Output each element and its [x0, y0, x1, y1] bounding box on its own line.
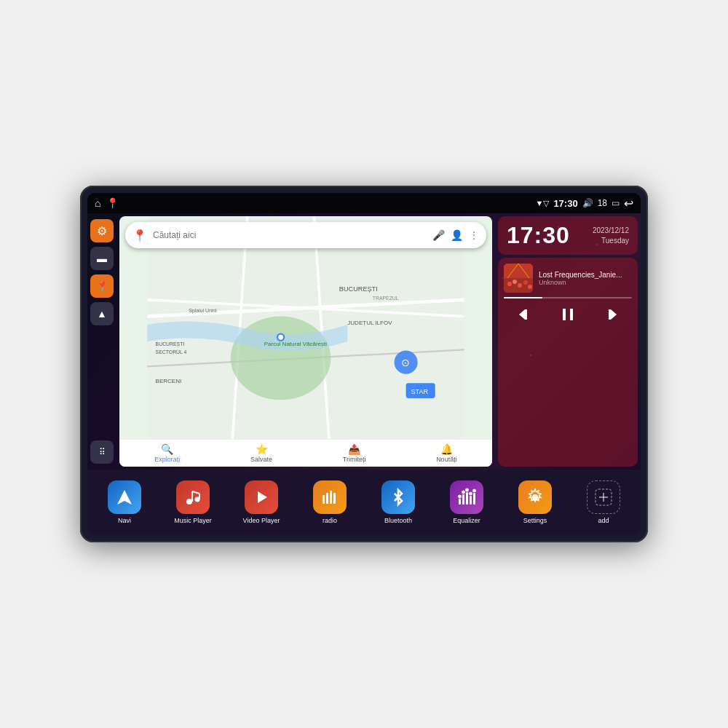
navi-icon [108, 480, 141, 514]
share-icon: 📤 [348, 443, 360, 455]
svg-text:BUCUREȘTI: BUCUREȘTI [339, 285, 378, 293]
svg-point-16 [278, 335, 283, 340]
sidebar-settings-btn[interactable]: ⚙ [90, 219, 114, 242]
status-time: 17:30 [553, 198, 577, 209]
play-pause-button[interactable] [556, 303, 579, 326]
svg-point-28 [528, 285, 532, 289]
svg-rect-36 [609, 309, 611, 320]
wifi-icon: ▼▽ [536, 199, 550, 208]
music-player-label: Music Player [174, 517, 212, 524]
explore-icon: 🔍 [161, 443, 173, 455]
svg-text:Parcul Natural Văcărești: Parcul Natural Văcărești [264, 341, 328, 347]
mic-icon[interactable]: 🎤 [432, 229, 445, 241]
clock-time: 17:30 [507, 222, 570, 249]
nav-arrow-icon: ▲ [97, 308, 107, 320]
car-head-unit: ⌂ 📍 ▼▽ 17:30 🔊 18 ▭ ↩ [80, 186, 648, 542]
next-track-button[interactable] [599, 303, 622, 326]
app-radio[interactable]: radio [308, 480, 352, 524]
svg-point-53 [458, 494, 462, 499]
svg-rect-32 [525, 309, 527, 320]
svg-text:BUCUREȘTI: BUCUREȘTI [156, 341, 185, 347]
news-label: Noutăți [436, 456, 457, 463]
svg-point-24 [507, 282, 512, 286]
app-bluetooth[interactable]: Bluetooth [376, 480, 420, 524]
svg-rect-50 [466, 491, 468, 505]
add-label: add [598, 517, 609, 524]
device-screen: ⌂ 📍 ▼▽ 17:30 🔊 18 ▭ ↩ [87, 193, 641, 535]
bluetooth-icon [381, 480, 415, 514]
saved-label: Salvate [250, 456, 272, 463]
video-player-icon [245, 480, 278, 514]
user-icon[interactable]: 👤 [451, 229, 463, 241]
svg-rect-33 [563, 309, 566, 320]
svg-point-25 [513, 280, 517, 284]
svg-rect-46 [330, 491, 332, 504]
map-search-input[interactable] [153, 230, 427, 240]
sidebar-grid-btn[interactable]: ⠿ [90, 440, 114, 464]
video-player-label: Video Player [243, 517, 280, 524]
app-add[interactable]: add [582, 480, 625, 524]
svg-text:STAR: STAR [411, 388, 428, 395]
status-left-icons: ⌂ 📍 [95, 197, 119, 209]
navi-label: Navi [118, 517, 131, 524]
battery-level: 18 [598, 198, 607, 208]
settings-app-icon [518, 480, 552, 514]
status-bar: ⌂ 📍 ▼▽ 17:30 🔊 18 ▭ ↩ [87, 193, 641, 213]
sidebar-nav-btn[interactable]: ▲ [90, 302, 114, 325]
apps-grid: Navi Music Player [87, 470, 641, 535]
svg-text:SECTORUL 4: SECTORUL 4 [156, 349, 187, 355]
svg-rect-34 [570, 309, 573, 320]
volume-icon: 🔊 [582, 198, 593, 208]
svg-marker-31 [519, 309, 525, 320]
center-map-area: BUCUREȘTI JUDEȚUL ILFOV BERCENI BUCUREȘT… [116, 213, 495, 470]
svg-point-55 [465, 488, 470, 492]
bluetooth-label: Bluetooth [384, 517, 412, 524]
music-progress-bar-container[interactable] [504, 297, 632, 298]
app-settings[interactable]: Settings [513, 480, 557, 524]
clock-date: 2023/12/12 [593, 226, 629, 236]
app-equalizer[interactable]: Equalizer [445, 480, 488, 524]
map-svg: BUCUREȘTI JUDEȚUL ILFOV BERCENI BUCUREȘT… [119, 216, 492, 467]
prev-track-button[interactable] [513, 303, 537, 326]
music-player-icon [176, 480, 210, 514]
left-sidebar: ⚙ ▬ 📍 ▲ ⠿ [87, 213, 116, 470]
map-bottom-bar: 🔍 Explorați ⭐ Salvate 📤 Trimiteți 🔔 [119, 439, 492, 467]
maps-status-icon[interactable]: 📍 [106, 197, 119, 209]
google-maps-icon: 📍 [132, 229, 147, 242]
home-icon[interactable]: ⌂ [95, 197, 100, 209]
clock-day: Tuesday [593, 236, 629, 246]
equalizer-label: Equalizer [453, 517, 480, 524]
svg-text:TRAPEZUL: TRAPEZUL [373, 296, 399, 301]
app-navi[interactable]: Navi [103, 480, 146, 524]
map-tab-news[interactable]: 🔔 Noutăți [436, 443, 457, 463]
svg-point-26 [518, 283, 522, 288]
svg-point-38 [186, 499, 192, 505]
sidebar-maps-btn[interactable]: 📍 [90, 274, 114, 298]
map-tab-share[interactable]: 📤 Trimiteți [343, 443, 366, 463]
equalizer-icon [450, 480, 483, 514]
back-icon[interactable]: ↩ [624, 197, 633, 210]
svg-rect-45 [326, 493, 328, 504]
svg-rect-47 [333, 493, 336, 504]
settings-icon: ⚙ [97, 224, 107, 238]
app-music-player[interactable]: Music Player [171, 480, 215, 524]
add-icon [587, 480, 620, 514]
app-video-player[interactable]: Video Player [240, 480, 283, 524]
settings-label: Settings [523, 517, 547, 524]
music-controls [504, 303, 632, 326]
map-tab-saved[interactable]: ⭐ Salvate [250, 443, 272, 463]
map-container[interactable]: BUCUREȘTI JUDEȚUL ILFOV BERCENI BUCUREȘT… [119, 216, 492, 467]
clock-date-block: 2023/12/12 Tuesday [593, 226, 629, 246]
sidebar-files-btn[interactable]: ▬ [90, 247, 114, 270]
more-icon[interactable]: ⋮ [469, 229, 479, 241]
music-progress-fill [504, 297, 542, 298]
location-icon: 📍 [96, 280, 108, 292]
svg-text:⊙: ⊙ [401, 357, 410, 368]
svg-point-57 [472, 488, 477, 493]
music-info: Lost Frequencies_Janie... Unknown [504, 264, 632, 293]
radio-icon [313, 480, 347, 514]
map-search-bar[interactable]: 📍 🎤 👤 ⋮ [125, 222, 486, 248]
svg-point-27 [523, 280, 528, 285]
saved-icon: ⭐ [256, 443, 268, 455]
map-tab-explore[interactable]: 🔍 Explorați [154, 443, 180, 463]
